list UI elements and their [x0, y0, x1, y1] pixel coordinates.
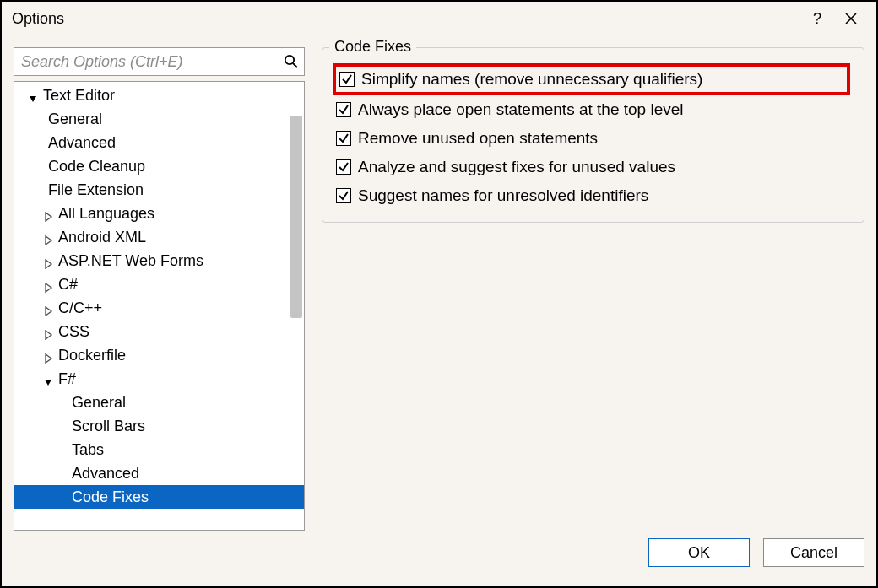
tree-item-general[interactable]: General [14, 107, 304, 131]
tree-item-label: F# [58, 370, 76, 388]
options-dialog: Options ? Text Editor General [0, 0, 878, 588]
tree-scrollbar[interactable] [290, 116, 302, 318]
cancel-button-label: Cancel [790, 544, 837, 562]
tree-item-file-extension[interactable]: File Extension [14, 178, 304, 202]
option-label: Suggest names for unresolved identifiers [358, 186, 648, 205]
expand-icon [43, 303, 53, 313]
checkbox-icon[interactable] [336, 188, 351, 203]
tree-item-label: C/C++ [58, 299, 102, 317]
tree-item-label: Code Fixes [72, 488, 149, 506]
tree-item-fsharp-general[interactable]: General [14, 391, 304, 414]
search-icon[interactable] [279, 49, 304, 74]
tree-item-label: General [72, 394, 126, 412]
right-panel: Code Fixes Simplify names (remove unnece… [322, 47, 864, 531]
svg-point-0 [285, 56, 294, 64]
tree-item-code-cleanup[interactable]: Code Cleanup [14, 154, 304, 178]
expand-icon [43, 279, 53, 289]
checkbox-icon[interactable] [336, 131, 351, 146]
search-input[interactable] [14, 50, 279, 74]
options-tree[interactable]: Text Editor General Advanced Code Cleanu… [14, 81, 305, 531]
tree-item-label: Advanced [72, 465, 139, 483]
option-suggest-unresolved[interactable]: Suggest names for unresolved identifiers [336, 181, 850, 210]
search-box [14, 47, 305, 76]
option-label: Remove unused open statements [358, 129, 598, 148]
option-open-top-level[interactable]: Always place open statements at the top … [336, 95, 850, 124]
tree-item-css[interactable]: CSS [14, 320, 304, 343]
option-label: Analyze and suggest fixes for unused val… [358, 158, 675, 176]
tree-item-fsharp-code-fixes[interactable]: Code Fixes [14, 485, 304, 509]
group-title: Code Fixes [329, 38, 416, 56]
tree-item-label: C# [58, 276, 78, 294]
option-label: Simplify names (remove unnecessary quali… [361, 70, 702, 89]
tree-item-advanced[interactable]: Advanced [14, 131, 304, 154]
tree-item-c-cpp[interactable]: C/C++ [14, 296, 304, 320]
tree-item-text-editor[interactable]: Text Editor [14, 84, 304, 107]
tree-item-label: Text Editor [43, 87, 115, 105]
expand-icon [43, 326, 53, 337]
checkbox-icon[interactable] [336, 102, 351, 117]
expand-icon [43, 232, 53, 242]
checkbox-icon[interactable] [336, 159, 351, 175]
left-panel: Text Editor General Advanced Code Cleanu… [14, 47, 305, 531]
ok-button[interactable]: OK [648, 538, 750, 567]
expand-icon [43, 208, 53, 218]
tree-item-label: CSS [58, 323, 89, 341]
tree-item-label: Advanced [48, 134, 116, 152]
tree-item-label: ASP.NET Web Forms [58, 252, 203, 270]
option-label: Always place open statements at the top … [358, 100, 684, 119]
expand-icon [43, 350, 53, 360]
cancel-button[interactable]: Cancel [763, 538, 864, 567]
tree-item-all-languages[interactable]: All Languages [14, 202, 304, 225]
tree-item-fsharp[interactable]: F# [14, 367, 304, 391]
tree-item-label: Android XML [58, 229, 146, 246]
tree-item-label: All Languages [58, 205, 154, 223]
window-title: Options [12, 10, 800, 28]
option-simplify-names[interactable]: Simplify names (remove unnecessary quali… [333, 63, 850, 95]
dialog-body: Text Editor General Advanced Code Cleanu… [2, 35, 876, 531]
tree-item-label: Scroll Bars [72, 418, 145, 435]
tree-item-label: General [48, 111, 102, 128]
help-icon[interactable]: ? [800, 2, 834, 35]
collapse-icon [43, 374, 53, 384]
svg-line-1 [293, 63, 297, 67]
collapse-icon [28, 90, 38, 100]
option-remove-unused-open[interactable]: Remove unused open statements [336, 124, 850, 153]
tree-item-label: Dockerfile [58, 347, 126, 364]
ok-button-label: OK [688, 544, 710, 562]
tree-item-fsharp-tabs[interactable]: Tabs [14, 438, 304, 461]
tree-item-android-xml[interactable]: Android XML [14, 225, 304, 249]
tree-item-label: Tabs [72, 441, 104, 459]
title-bar: Options ? [2, 2, 876, 35]
tree-item-aspnet-web-forms[interactable]: ASP.NET Web Forms [14, 249, 304, 272]
checkbox-icon[interactable] [339, 72, 355, 87]
tree-item-fsharp-scroll-bars[interactable]: Scroll Bars [14, 414, 304, 438]
expand-icon [43, 256, 53, 266]
tree-item-csharp[interactable]: C# [14, 272, 304, 296]
option-analyze-unused-values[interactable]: Analyze and suggest fixes for unused val… [336, 153, 850, 181]
code-fixes-group: Code Fixes Simplify names (remove unnece… [322, 47, 864, 223]
dialog-footer: OK Cancel [2, 531, 876, 586]
tree-item-label: Code Cleanup [48, 158, 145, 175]
tree-item-dockerfile[interactable]: Dockerfile [14, 343, 304, 367]
close-icon[interactable] [834, 2, 868, 35]
tree-item-fsharp-advanced[interactable]: Advanced [14, 461, 304, 485]
tree-item-label: File Extension [48, 181, 144, 199]
